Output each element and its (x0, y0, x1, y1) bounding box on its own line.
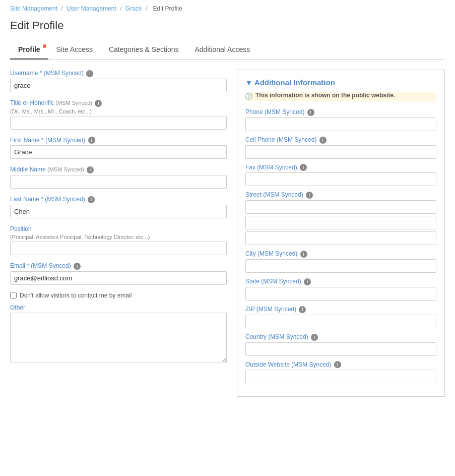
position-input[interactable] (10, 242, 227, 255)
no-contact-label: Don't allow visitors to contact me by em… (20, 292, 132, 299)
city-info-icon[interactable]: i (300, 251, 307, 258)
page-title: Edit Profile (10, 19, 445, 32)
username-info-icon[interactable]: i (86, 70, 93, 77)
state-group: State (MSM Synced) i (245, 278, 436, 301)
breadcrumb-sep1: / (61, 5, 62, 12)
username-group: Username * (MSM Synced) i (10, 70, 227, 92)
position-label: Position (10, 225, 227, 232)
middlename-input[interactable] (10, 175, 227, 189)
lastname-info-icon[interactable]: i (88, 196, 95, 203)
middlename-group: Middle Name (MSM Synced) i (10, 166, 227, 189)
street-extra-inputs (245, 216, 436, 245)
zip-group: ZIP (MSM Synced) i (245, 306, 436, 328)
country-input[interactable] (245, 342, 436, 356)
city-input[interactable] (245, 259, 436, 273)
street2-input[interactable] (245, 216, 436, 229)
street3-input[interactable] (245, 231, 436, 245)
other-group: Other (10, 304, 227, 365)
breadcrumb-current: Edit Profile (153, 5, 182, 12)
website-group: Outside Website (MSM Synced) i (245, 361, 436, 384)
right-panel: ▼ Additional Information ⓘ This informat… (237, 70, 445, 397)
street-group: Street (MSM Synced) i (245, 191, 436, 245)
other-textarea[interactable] (10, 313, 227, 363)
cellphone-group: Cell Phone (MSM Synced) i (245, 136, 436, 159)
website-info-icon[interactable]: i (334, 361, 341, 368)
username-label: Username * (MSM Synced) i (10, 70, 227, 77)
country-label: Country (MSM Synced) i (245, 333, 436, 341)
tabs-bar: Profile Site Access Categories & Section… (10, 40, 445, 60)
notice-info-icon: ⓘ (245, 92, 252, 101)
breadcrumb: Site Management / User Management / Grac… (10, 5, 445, 12)
city-label: City (MSM Synced) i (245, 250, 436, 258)
title-sublabel: (Dr., Ms., Mrs., Mr., Coach, etc...) (10, 108, 227, 114)
firstname-label: First Name * (MSM Synced) i (10, 137, 227, 144)
position-group: Position (Principal, Assistant Principal… (10, 225, 227, 255)
left-panel: Username * (MSM Synced) i Title or Honor… (10, 70, 227, 397)
zip-info-icon[interactable]: i (299, 306, 306, 313)
firstname-input[interactable] (10, 145, 227, 159)
fax-info-icon[interactable]: i (300, 164, 307, 171)
cellphone-info-icon[interactable]: i (319, 137, 327, 144)
title-info-icon[interactable]: i (95, 100, 102, 107)
website-input[interactable] (245, 370, 436, 383)
firstname-info-icon[interactable]: i (88, 137, 95, 144)
public-notice: ⓘ This information is shown on the publi… (245, 92, 436, 101)
zip-label: ZIP (MSM Synced) i (245, 306, 436, 313)
email-label: Email * (MSM Synced) i (10, 262, 227, 270)
street-input[interactable] (245, 200, 436, 214)
breadcrumb-sep2: / (120, 5, 121, 12)
breadcrumb-user-management[interactable]: User Management (67, 5, 116, 12)
fax-input[interactable] (245, 172, 436, 186)
no-contact-row: Don't allow visitors to contact me by em… (10, 292, 227, 299)
fax-label: Fax (MSM Synced) i (245, 164, 436, 171)
website-label: Outside Website (MSM Synced) i (245, 361, 436, 369)
phone-info-icon[interactable]: i (307, 109, 314, 116)
firstname-group: First Name * (MSM Synced) i (10, 137, 227, 159)
state-label: State (MSM Synced) i (245, 278, 436, 285)
tab-categories-sections[interactable]: Categories & Sections (101, 40, 187, 59)
phone-group: Phone (MSM Synced) i (245, 108, 436, 131)
breadcrumb-sep3: / (146, 5, 147, 12)
email-input[interactable] (10, 271, 227, 285)
username-input[interactable] (10, 79, 227, 92)
email-group: Email * (MSM Synced) i (10, 262, 227, 285)
lastname-group: Last Name * (MSM Synced) i (10, 196, 227, 218)
breadcrumb-grace[interactable]: Grace (125, 5, 142, 12)
additional-info-header: ▼ Additional Information (245, 78, 436, 87)
position-sublabel: (Principal, Assistant Principal, Technol… (10, 234, 227, 240)
street-info-icon[interactable]: i (306, 192, 313, 199)
cellphone-label: Cell Phone (MSM Synced) i (245, 136, 436, 144)
main-content: Username * (MSM Synced) i Title or Honor… (10, 70, 445, 397)
tab-profile[interactable]: Profile (10, 40, 48, 60)
tab-additional-access[interactable]: Additional Access (186, 40, 258, 59)
middlename-info-icon[interactable]: i (87, 166, 94, 173)
phone-label: Phone (MSM Synced) i (245, 108, 436, 116)
title-input[interactable] (10, 116, 227, 130)
street-label: Street (MSM Synced) i (245, 191, 436, 199)
profile-dot (43, 44, 46, 48)
country-group: Country (MSM Synced) i (245, 333, 436, 356)
country-info-icon[interactable]: i (311, 334, 318, 341)
breadcrumb-site-management[interactable]: Site Management (10, 5, 57, 12)
lastname-label: Last Name * (MSM Synced) i (10, 196, 227, 203)
middlename-label: Middle Name (MSM Synced) i (10, 166, 227, 173)
tab-site-access[interactable]: Site Access (48, 40, 101, 59)
chevron-icon: ▼ (245, 79, 252, 87)
state-input[interactable] (245, 287, 436, 301)
title-group: Title or Honorific (MSM Synced) i (Dr., … (10, 99, 227, 130)
state-info-icon[interactable]: i (304, 278, 311, 285)
fax-group: Fax (MSM Synced) i (245, 164, 436, 187)
cellphone-input[interactable] (245, 145, 436, 159)
city-group: City (MSM Synced) i (245, 250, 436, 273)
no-contact-checkbox[interactable] (10, 292, 17, 299)
lastname-input[interactable] (10, 205, 227, 218)
phone-input[interactable] (245, 117, 436, 131)
email-info-icon[interactable]: i (74, 263, 81, 270)
zip-input[interactable] (245, 315, 436, 328)
title-label: Title or Honorific (MSM Synced) i (10, 99, 227, 107)
other-label: Other (10, 304, 227, 311)
